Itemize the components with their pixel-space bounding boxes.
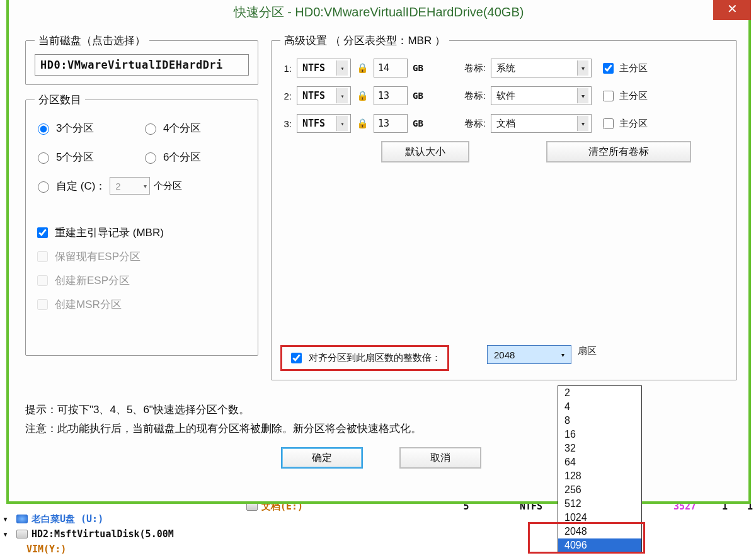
sector-option[interactable]: 4 bbox=[558, 400, 641, 414]
lock-icon[interactable]: 🔒 bbox=[356, 118, 369, 129]
bg-hd2[interactable]: HD2:MsftVirtualDisk(5.00M bbox=[32, 528, 174, 540]
usb-drive-icon bbox=[16, 515, 28, 523]
sector-option[interactable]: 32 bbox=[558, 441, 641, 455]
align-label: 对齐分区到此扇区数的整数倍： bbox=[309, 352, 441, 364]
size-unit: GB bbox=[413, 91, 432, 101]
current-disk-value: HD0:VMwareVirtualIDEHardDri bbox=[40, 59, 223, 71]
chevron-down-icon: ▾ bbox=[577, 88, 588, 103]
current-disk-legend: 当前磁盘（点击选择） bbox=[35, 33, 149, 48]
partition-count-group: 分区数目 3个分区 4个分区 5个分区 6个分区 自定 (C)： 2▾ 个分区 bbox=[25, 93, 258, 356]
close-icon: ✕ bbox=[727, 1, 738, 16]
size-unit: GB bbox=[413, 118, 432, 128]
radio-custom-partitions[interactable]: 自定 (C)： bbox=[35, 179, 106, 193]
custom-suffix: 个分区 bbox=[154, 180, 182, 192]
partition-row-3: 3:NTFS▾🔒13GB卷标:文档▾主分区 bbox=[280, 110, 728, 137]
volume-label-text: 卷标: bbox=[454, 90, 486, 102]
default-size-button[interactable]: 默认大小 bbox=[381, 141, 469, 162]
volume-name-combo[interactable]: 文档▾ bbox=[491, 114, 592, 133]
volume-name-combo[interactable]: 软件▾ bbox=[491, 86, 592, 105]
chk-align-sectors[interactable]: 对齐分区到此扇区数的整数倍： bbox=[289, 351, 441, 365]
primary-partition-checkbox[interactable]: 主分区 bbox=[600, 61, 648, 76]
sector-option[interactable]: 16 bbox=[558, 428, 641, 441]
sector-option[interactable]: 128 bbox=[558, 469, 641, 483]
chk-new-esp: 创建新ESP分区 bbox=[35, 268, 249, 292]
fs-select[interactable]: NTFS▾ bbox=[297, 86, 351, 105]
sector-option[interactable]: 64 bbox=[558, 455, 641, 469]
radio-6-partitions[interactable]: 6个分区 bbox=[142, 150, 249, 164]
sector-dropdown-list[interactable]: 248163264128256512102420484096 bbox=[558, 385, 642, 553]
size-input[interactable]: 14 bbox=[374, 59, 408, 77]
clear-labels-button[interactable]: 清空所有卷标 bbox=[546, 141, 691, 162]
primary-partition-checkbox[interactable]: 主分区 bbox=[600, 117, 648, 131]
bg-vim[interactable]: VIM(Y:) bbox=[26, 544, 66, 555]
align-highlight-box: 对齐分区到此扇区数的整数倍： bbox=[280, 345, 449, 371]
radio-6-label: 6个分区 bbox=[163, 150, 201, 164]
fs-select[interactable]: NTFS▾ bbox=[297, 114, 351, 133]
chevron-down-icon: ▾ bbox=[144, 183, 147, 190]
radio-4-label: 4个分区 bbox=[163, 121, 201, 135]
bg-usb[interactable]: 老白菜U盘 (U:) bbox=[32, 513, 103, 525]
current-disk-field[interactable]: HD0:VMwareVirtualIDEHardDri bbox=[35, 54, 249, 76]
sector-option[interactable]: 2 bbox=[558, 386, 641, 400]
sector-suffix: 扇区 bbox=[578, 345, 597, 357]
cancel-button[interactable]: 取消 bbox=[399, 447, 481, 469]
window-title: 快速分区 - HD0:VMwareVirtualIDEHardDrive(40G… bbox=[9, 4, 748, 21]
advanced-settings-group: 高级设置 （ 分区表类型：MBR ） 1:NTFS▾🔒14GB卷标:系统▾主分区… bbox=[271, 33, 737, 380]
radio-5-label: 5个分区 bbox=[56, 150, 94, 164]
row-index: 2: bbox=[280, 91, 292, 101]
chk-msr: 创建MSR分区 bbox=[35, 292, 249, 316]
size-input[interactable]: 13 bbox=[374, 114, 408, 133]
volume-name-combo[interactable]: 系统▾ bbox=[491, 59, 592, 77]
size-unit: GB bbox=[413, 63, 432, 73]
partition-count-legend: 分区数目 bbox=[35, 93, 85, 107]
custom-count-input[interactable]: 2▾ bbox=[110, 177, 150, 195]
sector-align-value: 2048 bbox=[494, 350, 515, 360]
partition-row-1: 1:NTFS▾🔒14GB卷标:系统▾主分区 bbox=[280, 54, 728, 82]
ok-button[interactable]: 确定 bbox=[281, 447, 363, 469]
radio-4-partitions[interactable]: 4个分区 bbox=[142, 121, 249, 135]
sector-option[interactable]: 4096 bbox=[558, 538, 641, 552]
chevron-down-icon: ▾ bbox=[336, 60, 348, 76]
current-disk-group: 当前磁盘（点击选择） HD0:VMwareVirtualIDEHardDri bbox=[25, 33, 258, 85]
close-button[interactable]: ✕ bbox=[713, 0, 751, 20]
fs-select[interactable]: NTFS▾ bbox=[297, 59, 351, 77]
chevron-down-icon: ▾ bbox=[336, 116, 348, 131]
primary-partition-checkbox[interactable]: 主分区 bbox=[600, 89, 648, 103]
chk-keep-esp: 保留现有ESP分区 bbox=[35, 244, 249, 268]
radio-3-partitions[interactable]: 3个分区 bbox=[35, 121, 142, 135]
radio-custom-label: 自定 (C)： bbox=[56, 179, 106, 193]
radio-3-label: 3个分区 bbox=[56, 121, 94, 135]
sector-option[interactable]: 8 bbox=[558, 414, 641, 428]
row-index: 3: bbox=[280, 118, 292, 129]
hdd-icon bbox=[16, 530, 28, 538]
lock-icon[interactable]: 🔒 bbox=[356, 62, 369, 74]
row-index: 1: bbox=[280, 63, 292, 74]
chk-rebuild-mbr[interactable]: 重建主引导记录 (MBR) bbox=[35, 220, 249, 244]
sector-align-select[interactable]: 2048 ▾ bbox=[487, 345, 571, 364]
titlebar: 快速分区 - HD0:VMwareVirtualIDEHardDrive(40G… bbox=[9, 0, 748, 24]
lock-icon[interactable]: 🔒 bbox=[356, 90, 369, 101]
partition-row-2: 2:NTFS▾🔒13GB卷标:软件▾主分区 bbox=[280, 82, 728, 110]
sector-option[interactable]: 2048 bbox=[558, 525, 641, 538]
radio-5-partitions[interactable]: 5个分区 bbox=[35, 150, 142, 164]
chevron-down-icon: ▾ bbox=[577, 116, 588, 131]
sector-option[interactable]: 256 bbox=[558, 483, 641, 497]
chevron-down-icon: ▾ bbox=[336, 88, 348, 103]
chevron-down-icon: ▾ bbox=[577, 60, 588, 76]
sector-option[interactable]: 512 bbox=[558, 497, 641, 511]
sector-option[interactable]: 1024 bbox=[558, 511, 641, 525]
volume-label-text: 卷标: bbox=[454, 118, 486, 130]
size-input[interactable]: 13 bbox=[374, 86, 408, 105]
advanced-settings-legend: 高级设置 （ 分区表类型：MBR ） bbox=[280, 33, 449, 48]
chevron-down-icon: ▾ bbox=[557, 347, 568, 362]
volume-label-text: 卷标: bbox=[454, 62, 486, 74]
